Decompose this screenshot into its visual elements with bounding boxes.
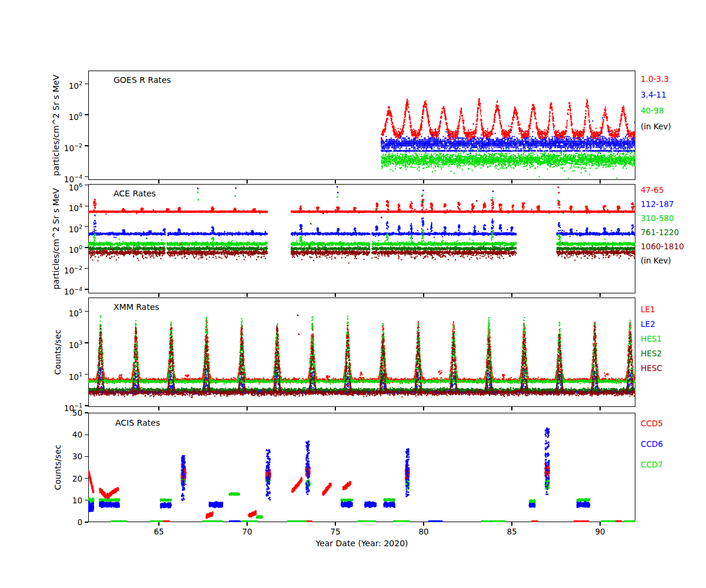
- ace-x-tick: [600, 293, 600, 297]
- acis-y-tick-label: 30: [55, 451, 82, 462]
- legend-goes-inKev: (in Kev): [641, 122, 671, 131]
- xmm-y-tick: [85, 374, 88, 375]
- acis-y-tick-label: 10: [55, 495, 82, 506]
- goes-y-axis-label: particles/cm^2 Sr s MeV: [51, 75, 61, 176]
- legend-ace-inKev: (in Kev): [641, 256, 671, 265]
- acis-y-tick-label: 50: [55, 407, 82, 418]
- acis-x-tick: [511, 522, 512, 526]
- acis-y-tick: [85, 456, 88, 457]
- acis-y-tick-label: 40: [55, 429, 82, 440]
- acis-y-tick-label: 20: [55, 473, 82, 484]
- ace-y-tick-label: 104: [55, 201, 82, 211]
- ace-x-tick: [335, 293, 335, 297]
- x-tick-label: 65: [146, 527, 172, 536]
- ace-scatter-canvas: [88, 184, 635, 293]
- xmm-x-tick: [600, 407, 600, 410]
- acis-y-tick: [85, 500, 88, 500]
- goes-y-tick: [85, 114, 88, 115]
- ace-y-tick: [85, 226, 88, 227]
- acis-x-tick: [335, 522, 335, 526]
- acis-scatter-canvas: [88, 413, 635, 522]
- acis-y-tick-label: 0: [55, 517, 82, 527]
- figure: GOES R Rates ACE Rates XMM Rates ACIS Ra…: [0, 0, 706, 588]
- goes-x-tick: [335, 180, 335, 183]
- legend-acis-CCD5: CCD5: [641, 419, 663, 428]
- goes-x-tick: [511, 180, 512, 183]
- ace-x-tick: [511, 293, 512, 297]
- legend-ace-1060-1810: 1060-1810: [641, 242, 684, 251]
- ace-y-tick: [85, 206, 88, 206]
- legend-ace-761-1220: 761-1220: [641, 228, 679, 237]
- goes-y-tick: [85, 176, 88, 177]
- legend-goes-40-98: 40-98: [641, 106, 664, 115]
- legend-xmm-LE1: LE1: [641, 305, 655, 314]
- goes-x-tick: [247, 180, 247, 183]
- x-axis-label: Year Date (Year: 2020): [315, 539, 408, 548]
- acis-y-tick: [85, 435, 88, 435]
- xmm-y-tick: [85, 405, 88, 406]
- legend-ace-310-580: 310-580: [641, 213, 674, 223]
- xmm-x-tick: [158, 407, 159, 410]
- x-tick-label: 90: [587, 527, 613, 536]
- x-tick-label: 80: [411, 527, 437, 536]
- acis-x-tick: [600, 522, 600, 526]
- ace-x-tick: [158, 293, 159, 297]
- goes-x-tick: [423, 180, 424, 183]
- xmm-x-tick: [335, 407, 335, 410]
- legend-acis-CCD6: CCD6: [641, 439, 663, 449]
- goes-scatter-canvas: [88, 71, 635, 180]
- acis-x-tick: [247, 522, 247, 526]
- legend-xmm-HES2: HES2: [641, 349, 662, 358]
- acis-y-tick: [85, 478, 88, 479]
- xmm-y-tick: [85, 311, 88, 312]
- xmm-scatter-canvas: [88, 298, 635, 407]
- goes-y-tick: [85, 145, 88, 146]
- ace-y-tick-label: 100: [55, 242, 82, 253]
- ace-x-tick: [423, 293, 424, 297]
- legend-ace-47-65: 47-65: [641, 185, 664, 195]
- goes-y-tick-label: 102: [55, 78, 82, 89]
- ace-y-tick: [85, 289, 88, 289]
- goes-x-tick: [600, 180, 600, 183]
- legend-goes-1.0-3.3: 1.0-3.3: [641, 74, 669, 83]
- legend-xmm-HESC: HESC: [641, 363, 662, 373]
- xmm-x-tick: [423, 407, 424, 410]
- legend-ace-112-187: 112-187: [641, 199, 674, 209]
- x-tick-label: 70: [234, 527, 260, 536]
- xmm-x-tick: [247, 407, 247, 410]
- legend-xmm-LE2: LE2: [641, 319, 655, 329]
- ace-y-tick: [85, 247, 88, 248]
- goes-y-tick-label: 10−2: [55, 141, 82, 151]
- legend-acis-CCD7: CCD7: [641, 460, 663, 469]
- acis-y-tick: [85, 412, 88, 413]
- xmm-y-tick: [85, 342, 88, 343]
- acis-x-tick: [158, 522, 159, 526]
- x-tick-label: 75: [322, 527, 348, 536]
- ace-y-tick: [85, 268, 88, 269]
- goes-x-tick: [158, 180, 159, 183]
- ace-y-tick-label: 102: [55, 222, 82, 232]
- legend-xmm-HES1: HES1: [641, 334, 662, 343]
- ace-y-tick-label: 10−2: [55, 263, 82, 273]
- xmm-y-tick-label: 105: [55, 306, 82, 316]
- acis-x-tick: [423, 522, 424, 526]
- x-tick-label: 85: [499, 527, 525, 536]
- legend-goes-3.4-11: 3.4-11: [641, 90, 667, 99]
- acis-y-tick: [85, 522, 88, 522]
- xmm-y-tick-label: 103: [55, 338, 82, 348]
- goes-y-tick-label: 100: [55, 109, 82, 120]
- xmm-y-tick-label: 101: [55, 369, 82, 380]
- ace-y-tick-label: 10−4: [55, 284, 82, 295]
- ace-y-tick-label: 106: [55, 180, 82, 191]
- ace-y-tick: [85, 185, 88, 185]
- goes-y-tick: [85, 83, 88, 84]
- ace-x-tick: [247, 293, 247, 297]
- xmm-x-tick: [511, 407, 512, 410]
- xmm-y-axis-label: Counts/sec: [53, 329, 62, 375]
